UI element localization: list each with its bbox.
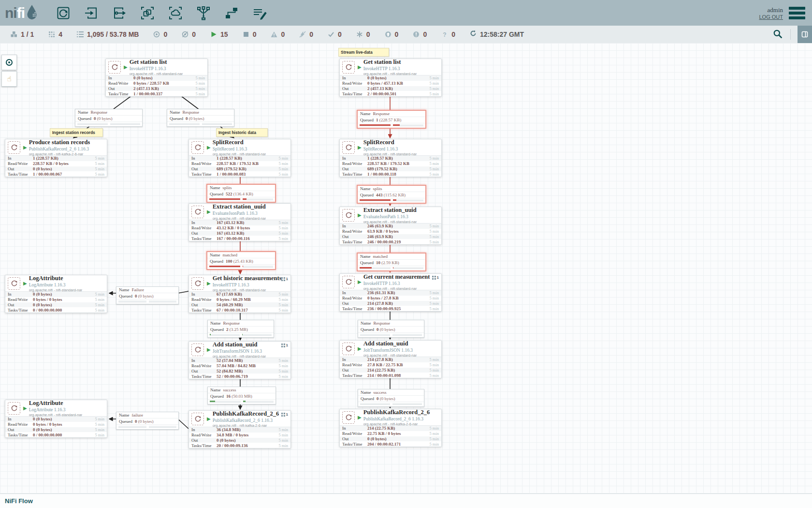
operate-palette-toggle[interactable]: ☝ (1, 71, 17, 87)
last-refresh[interactable]: 12:58:27 GMT (470, 30, 524, 39)
processor-header: ▶LogAttributeLogAttribute 1.16.3org.apac… (5, 400, 107, 416)
navigate-palette-toggle[interactable] (1, 55, 17, 70)
processor-header: ▶Extract station_uuidEvaluateJsonPath 1.… (340, 207, 441, 223)
breadcrumb[interactable]: NiFi Flow (5, 497, 33, 505)
processor-name: PublishKafkaRecord_2_6 (213, 410, 279, 418)
running-status-icon: ▶ (124, 64, 128, 70)
connection-failure-bottom[interactable]: NamefailureQueued0 (0 bytes) (116, 412, 179, 430)
connection-failure-top[interactable]: NameFailureQueued0 (0 bytes) (116, 286, 179, 304)
processor-header: ▶Get station listInvokeHTTP 1.16.3org.ap… (340, 59, 441, 75)
processor-type: JoltTransformJSON 1.16.3 (363, 348, 417, 353)
processor-type: InvokeHTTP 1.16.3 (213, 283, 282, 287)
processor-publishkafka-mid[interactable]: ▶PublishKafkaRecord_2_6PublishKafkaRecor… (188, 410, 291, 448)
connection-success-right[interactable]: NamesuccessQueued0 (0 bytes) (358, 389, 424, 407)
processor-name: Extract station_uuid (363, 207, 417, 214)
processor-header: ▶Produce station recordsPublishKafkaReco… (5, 139, 107, 155)
processor-add-station-uuid-mid[interactable]: ▶Add station_uuidJoltTransformJSON 1.16.… (188, 341, 291, 379)
connection-response-left-1[interactable]: NameResponseQueued0 (0 bytes) (75, 109, 143, 127)
toolbar-output-port-icon[interactable] (112, 5, 127, 21)
up-to-date-icon (328, 31, 334, 38)
toolbar-funnel-icon[interactable] (196, 5, 211, 21)
stat-row-tasks-time: Tasks/Time1 / 00:00:00.0835 min (189, 171, 290, 177)
flow-canvas[interactable]: Stream live-dataIngest station recordsIn… (0, 43, 812, 493)
processor-extract-station-uuid-right[interactable]: ▶Extract station_uuidEvaluateJsonPath 1.… (339, 207, 442, 245)
processor-header: ▶Get historic measurementsInvokeHTTP 1.1… (189, 275, 290, 291)
processor-publishkafka-right[interactable]: ▶PublishKafkaRecord_2_6PublishKafkaRecor… (339, 409, 442, 447)
canvas-label-ingest-historic-data[interactable]: Ingest historic data (216, 128, 268, 137)
queued-count: 0 (377, 396, 379, 401)
queued-size: (136.4 KB) (233, 192, 253, 196)
connection-response-mid[interactable]: NameResponseQueued2 (3.25 MB) (207, 320, 274, 338)
stat-row-out: Out689 (179.52 KB)5 min (340, 166, 441, 172)
toolbar-input-port-icon[interactable] (84, 5, 99, 21)
toolbar-processor-icon[interactable] (56, 5, 71, 21)
processor-bundle: org.apache.nifi - nifi-standard-nar (130, 72, 183, 76)
connection-success-mid[interactable]: NamesuccessQueued16 (50.03 MB) (207, 387, 276, 404)
queued-count: 10 (376, 260, 380, 265)
canvas-label-stream-live-data[interactable]: Stream live-data (338, 48, 389, 57)
transmitting-icon (153, 31, 160, 38)
processor-bundle: org.apache.nifi - nifi-standard-nar (29, 413, 82, 417)
queued-count: 0 (377, 327, 379, 332)
connection-matched-mid[interactable]: NamematchedQueued100 (25.43 KB) (206, 251, 276, 270)
queued-count: 16 (226, 394, 231, 399)
processor-get-current-measurement[interactable]: ▶Get current measurementInvokeHTTP 1.16.… (339, 273, 442, 312)
stat-row-read-write: Read/Write27.8 KB / 22.75 KB5 min (340, 362, 441, 368)
connection-splits-right[interactable]: NamesplitsQueued443 (115.62 KB) (357, 185, 426, 204)
processor-bundle: org.apache.nifi - nifi-standard-nar (363, 353, 417, 358)
backpressure-bar (209, 198, 240, 200)
search-icon[interactable] (773, 29, 791, 40)
toolbar-template-icon[interactable] (224, 5, 239, 21)
running-status-icon: ▶ (358, 415, 362, 420)
processor-name: PublishKafkaRecord_2_6 (363, 409, 430, 416)
toolbar-process-group-icon[interactable] (140, 5, 155, 21)
processor-stats: In36 (34.8 MB)5 minRead/Write34.8 MB / 0… (189, 427, 290, 448)
stat-row-out: Out2 (457.13 KB)5 min (340, 86, 441, 91)
stat-row-read-write: Read/Write34.8 MB / 0 bytes5 min (189, 433, 290, 438)
connection-response-right-2[interactable]: NameResponseQueued0 (0 bytes) (358, 320, 424, 338)
processor-get-station-list-1[interactable]: ▶Get station listInvokeHTTP 1.16.3org.ap… (105, 59, 208, 97)
connection-matched-right[interactable]: NamematchedQueued10 (2.59 KB) (357, 253, 426, 271)
stat-row-read-write: Read/Write228.57 KB / 0 bytes5 min (5, 161, 107, 166)
logout-link[interactable]: LOG OUT (759, 14, 783, 20)
processor-get-station-list-2[interactable]: ▶Get station listInvokeHTTP 1.16.3org.ap… (339, 59, 442, 97)
connection-queued-row: Queued100 (25.43 KB) (207, 258, 275, 265)
stat-row-in: In52 (57.04 MB)5 min (189, 358, 290, 363)
connection-splits-mid[interactable]: NamesplitsQueued522 (136.4 KB) (206, 184, 276, 203)
processor-add-station-uuid-right[interactable]: ▶Add station_uuidJoltTransformJSON 1.16.… (339, 340, 442, 378)
stat-row-in: In0 (0 bytes)5 min (5, 292, 107, 297)
running-status-icon: ▶ (358, 346, 362, 351)
toolbar-label-icon[interactable] (252, 5, 267, 21)
panel-toggle-button[interactable] (798, 26, 812, 43)
processor-extract-station-uuid-mid[interactable]: ▶Extract station_uuidEvaluateJsonPath 1.… (188, 203, 291, 241)
relationship-name: splits (373, 186, 382, 191)
processor-produce-station-records[interactable]: ▶Produce station recordsPublishKafkaReco… (5, 139, 107, 177)
processor-splitrecord-mid[interactable]: ▶SplitRecordSplitRecord 1.16.3org.apache… (188, 139, 291, 177)
processor-name: Add station_uuid (363, 340, 417, 347)
connection-response-right-1[interactable]: NameResponseQueued1 (228.57 KB) (357, 110, 426, 129)
user-area: admin LOG OUT (759, 6, 783, 20)
stat-row-in: In67 (17.69 KB)5 min (189, 292, 290, 297)
tasks-icon (281, 413, 285, 417)
processor-logattribute-top[interactable]: ▶LogAttributeLogAttribute 1.16.3org.apac… (5, 275, 107, 313)
processor-type: PublishKafkaRecord_2_6 1.16.3 (213, 418, 279, 423)
toolbar-remote-process-group-icon[interactable] (168, 5, 183, 21)
canvas-label-ingest-station-records[interactable]: Ingest station records (50, 128, 103, 137)
connection-response-left-2[interactable]: NameResponseQueued0 (0 bytes) (167, 109, 234, 127)
relationship-name: success (374, 390, 387, 395)
processor-header: ▶LogAttributeLogAttribute 1.16.3org.apac… (5, 275, 107, 291)
status-active-threads: 4 (48, 30, 62, 38)
processor-bundle: org.apache.nifi - nifi-standard-nar (363, 286, 430, 291)
processor-splitrecord-right[interactable]: ▶SplitRecordSplitRecord 1.16.3org.apache… (339, 139, 442, 177)
tasks-icon (432, 276, 436, 280)
global-menu-button[interactable] (789, 7, 805, 19)
processor-bundle: org.apache.nifi - nifi-standard-nar (363, 72, 417, 76)
processor-stats: In0 (0 bytes)5 minRead/Write0 bytes / 0 … (5, 291, 107, 313)
processor-logattribute-bottom[interactable]: ▶LogAttributeLogAttribute 1.16.3org.apac… (5, 400, 107, 438)
processor-stats: In214 (27.8 KB)5 minRead/Write27.8 KB / … (340, 357, 441, 378)
running-status-icon: ▶ (23, 281, 27, 286)
status-locally-modified-count: 0 (366, 30, 370, 38)
processor-bundle: org.apache.nifi - nifi-kafka-2-6-nar (213, 423, 279, 428)
processor-name: Get historic measurements (213, 275, 282, 282)
processor-get-historic-measurements[interactable]: ▶Get historic measurementsInvokeHTTP 1.1… (188, 275, 291, 313)
